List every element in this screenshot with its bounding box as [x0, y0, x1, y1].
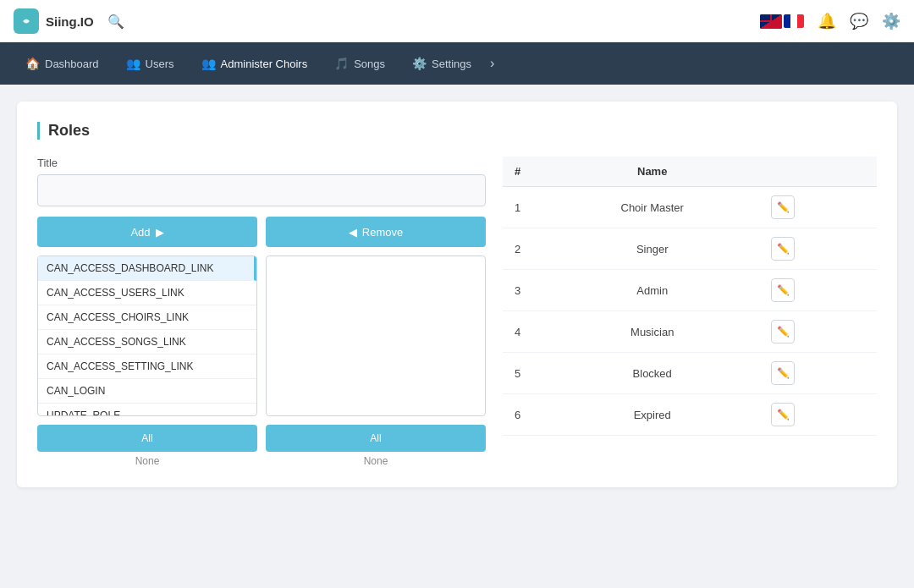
table-row: 3 Admin ✏️	[503, 270, 877, 311]
col-header-name: Name	[545, 157, 759, 187]
left-panel: Title Add ▶ ◀ Remove CAN_ACCESS_DASHBOAR…	[37, 157, 486, 467]
edit-icon: ✏️	[777, 201, 790, 213]
all-button-right[interactable]: All	[266, 425, 486, 452]
add-button-label: Add	[130, 226, 150, 239]
settings-nav-icon: ⚙️	[412, 57, 427, 70]
topbar: Siing.IO 🔍 🔔 💬 ⚙️	[0, 0, 914, 42]
row-id: 1	[503, 187, 545, 228]
none-label-left: None	[135, 455, 160, 467]
row-name: Musician	[545, 311, 759, 353]
edit-button[interactable]: ✏️	[771, 320, 795, 343]
table-header-row: # Name	[503, 157, 877, 187]
edit-button[interactable]: ✏️	[771, 195, 795, 219]
remove-arrow-icon: ◀	[349, 226, 357, 239]
row-name: Admin	[545, 270, 759, 311]
table-row: 2 Singer ✏️	[503, 228, 877, 270]
row-id: 2	[503, 228, 545, 270]
none-label-right: None	[364, 455, 388, 467]
assigned-permissions-list[interactable]	[266, 256, 486, 416]
edit-icon: ✏️	[777, 284, 790, 296]
permission-item[interactable]: CAN_ACCESS_USERS_LINK	[38, 281, 256, 305]
all-button-left[interactable]: All	[37, 425, 257, 452]
settings-icon[interactable]: ⚙️	[882, 12, 900, 30]
row-name: Singer	[545, 228, 759, 270]
edit-button[interactable]: ✏️	[771, 278, 795, 302]
edit-button[interactable]: ✏️	[771, 237, 795, 261]
row-id: 5	[503, 353, 545, 394]
main-content: Roles Title Add ▶ ◀ Remove	[0, 85, 914, 588]
nav-item-settings[interactable]: ⚙️ Settings	[400, 50, 483, 77]
permission-item[interactable]: CAN_ACCESS_SETTING_LINK	[38, 354, 256, 379]
permission-item[interactable]: CAN_LOGIN	[38, 379, 256, 404]
nav-item-dashboard[interactable]: 🏠 Dashboard	[14, 50, 111, 77]
add-button[interactable]: Add ▶	[37, 217, 257, 247]
app-name: Siing.IO	[46, 14, 94, 29]
col-header-hash: #	[503, 157, 545, 187]
title-input[interactable]	[37, 174, 486, 206]
bell-icon[interactable]: 🔔	[818, 12, 836, 30]
row-name: Expired	[545, 394, 759, 436]
flag-en[interactable]	[760, 14, 782, 29]
table-row: 1 Choir Master ✏️	[503, 187, 877, 228]
chat-icon[interactable]: 💬	[850, 12, 868, 30]
select-row: All None All None	[37, 425, 486, 467]
nav-label-users: Users	[146, 58, 174, 70]
roles-card: Roles Title Add ▶ ◀ Remove	[17, 102, 897, 487]
add-arrow-icon: ▶	[156, 226, 164, 239]
permission-item[interactable]: CAN_ACCESS_SONGS_LINK	[38, 330, 256, 354]
edit-icon: ✏️	[777, 326, 790, 338]
topbar-right: 🔔 💬 ⚙️	[760, 12, 900, 30]
navbar: 🏠 Dashboard 👥 Users 👥 Administer Choirs …	[0, 42, 914, 85]
row-id: 4	[503, 311, 545, 353]
row-id: 3	[503, 270, 545, 311]
permission-item[interactable]: CAN_ACCESS_CHOIRS_LINK	[38, 305, 256, 330]
nav-item-administer-choirs[interactable]: 👥 Administer Choirs	[190, 50, 320, 77]
permission-panels: CAN_ACCESS_DASHBOARD_LINKCAN_ACCESS_USER…	[37, 256, 486, 416]
edit-icon: ✏️	[777, 367, 790, 379]
row-action: ✏️	[759, 270, 877, 311]
row-action: ✏️	[759, 311, 877, 353]
remove-button[interactable]: ◀ Remove	[266, 217, 486, 247]
roles-layout: Title Add ▶ ◀ Remove CAN_ACCESS_DASHBOAR…	[37, 157, 877, 467]
page-title: Roles	[37, 122, 877, 140]
row-action: ✏️	[759, 353, 877, 394]
row-action: ✏️	[759, 228, 877, 270]
nav-item-users[interactable]: 👥 Users	[114, 50, 186, 77]
logo[interactable]: Siing.IO	[14, 8, 94, 34]
choirs-icon: 👥	[201, 57, 216, 70]
language-flags[interactable]	[760, 14, 804, 29]
nav-label-settings: Settings	[432, 58, 471, 70]
edit-icon: ✏️	[777, 409, 790, 420]
nav-item-songs[interactable]: 🎵 Songs	[322, 50, 397, 77]
dashboard-icon: 🏠	[25, 57, 40, 70]
edit-icon: ✏️	[777, 243, 790, 255]
col-header-action	[759, 157, 877, 187]
songs-icon: 🎵	[334, 57, 349, 70]
table-row: 4 Musician ✏️	[503, 311, 877, 353]
left-select-group: All None	[37, 425, 257, 467]
nav-label-choirs: Administer Choirs	[221, 58, 308, 70]
action-row: Add ▶ ◀ Remove	[37, 217, 486, 247]
remove-button-label: Remove	[362, 226, 403, 239]
logo-icon	[14, 8, 39, 34]
permission-item[interactable]: UPDATE_ROLE	[38, 404, 256, 416]
users-icon: 👥	[126, 57, 140, 70]
row-action: ✏️	[759, 187, 877, 228]
table-row: 6 Expired ✏️	[503, 394, 877, 436]
table-row: 5 Blocked ✏️	[503, 353, 877, 394]
nav-more-icon[interactable]: ›	[490, 56, 494, 71]
edit-button[interactable]: ✏️	[771, 361, 795, 385]
available-permissions-list[interactable]: CAN_ACCESS_DASHBOARD_LINKCAN_ACCESS_USER…	[37, 256, 257, 416]
edit-button[interactable]: ✏️	[771, 403, 795, 426]
nav-label-dashboard: Dashboard	[45, 58, 99, 70]
row-action: ✏️	[759, 394, 877, 436]
row-id: 6	[503, 394, 545, 436]
row-name: Choir Master	[545, 187, 759, 228]
nav-label-songs: Songs	[354, 58, 385, 70]
title-label: Title	[37, 157, 486, 169]
search-icon[interactable]: 🔍	[107, 14, 124, 30]
flag-fr[interactable]	[784, 14, 804, 28]
right-panel: # Name 1 Choir Master ✏️ 2 Singer	[503, 157, 877, 467]
row-name: Blocked	[545, 353, 759, 394]
permission-item[interactable]: CAN_ACCESS_DASHBOARD_LINK	[38, 256, 256, 281]
